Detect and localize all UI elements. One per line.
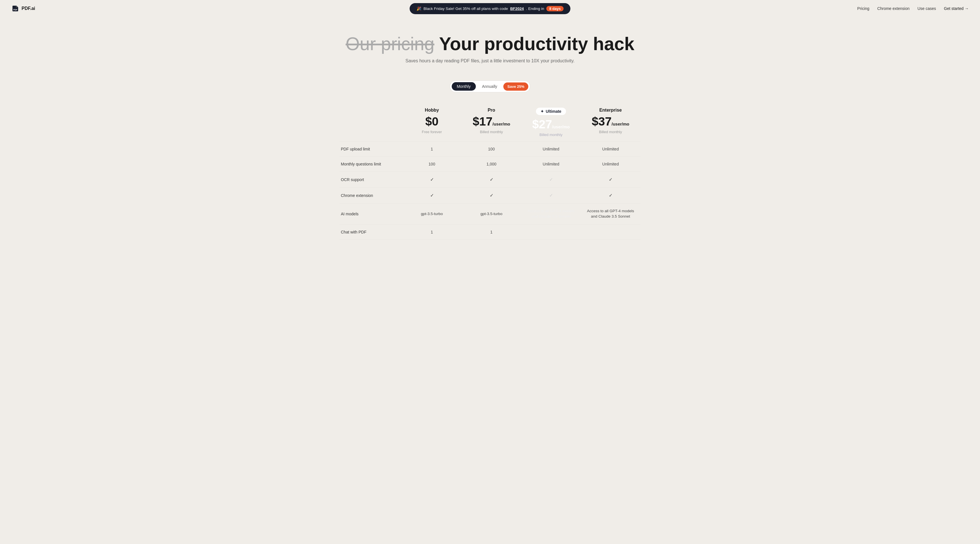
feature-cell-pro-questions: 1,000 [461, 157, 521, 172]
hero-title-strikethrough: Our pricing [346, 34, 434, 54]
feature-cell-pro-ai: gpt-3.5-turbo [461, 203, 521, 225]
feature-cell-ultimate-chrome: ✓ [521, 187, 581, 203]
feature-cell-enterprise-ocr: ✓ [581, 172, 640, 187]
feature-label-chat: Chat with PDF [340, 225, 402, 240]
feature-cell-enterprise-questions: Unlimited [581, 157, 640, 172]
check-enterprise-chrome: ✓ [609, 193, 612, 198]
feature-cell-hobby-ocr: ✓ [402, 172, 461, 187]
banner-text-after: . Ending in [526, 6, 544, 11]
toggle-monthly[interactable]: Monthly [452, 82, 476, 90]
feature-cell-hobby-questions: 100 [402, 157, 461, 172]
plan-header-ultimate: ✦ Ultimate $27/user/mo Billed monthly [521, 101, 581, 142]
svg-text:PDF: PDF [13, 9, 18, 11]
plan-name-enterprise: Enterprise [586, 108, 635, 113]
feature-cell-ultimate-pdf: Unlimited [521, 142, 581, 157]
ultimate-badge: ✦ Ultimate [527, 108, 575, 119]
banner-days: 8 days [546, 6, 563, 11]
feature-label-questions: Monthly questions limit [340, 157, 402, 172]
nav-links: Pricing Chrome extension Use cases Get s… [857, 6, 969, 11]
check-pro-ocr: ✓ [490, 177, 493, 182]
feature-cell-ultimate-questions: Unlimited [521, 157, 581, 172]
feature-cell-ultimate-ocr: ✓ [521, 172, 581, 187]
pricing-grid: Hobby $0 Free forever Pro $17/user/mo Bi… [340, 101, 640, 240]
check-ultimate-chrome: ✓ [549, 193, 553, 198]
sparkle-icon: ✦ [541, 109, 544, 114]
nav-link-pricing[interactable]: Pricing [857, 6, 869, 11]
plan-billing-enterprise: Billed monthly [586, 130, 635, 134]
feature-cell-pro-ocr: ✓ [461, 172, 521, 187]
logo-icon: PDF [11, 5, 19, 13]
ai-model-ultimate: Access to all GPT-4 models and Claude 3.… [527, 209, 574, 219]
feature-cell-enterprise-chat [581, 225, 640, 240]
plan-header-pro: Pro $17/user/mo Billed monthly [461, 101, 521, 142]
feature-cell-hobby-chat: 1 [402, 225, 461, 240]
toggle-annually[interactable]: Annually [477, 82, 503, 90]
check-ultimate-ocr: ✓ [549, 177, 553, 182]
plan-header-enterprise: Enterprise $37/user/mo Billed monthly [581, 101, 640, 142]
billing-toggle: Monthly Annually Save 25% [0, 81, 980, 92]
pricing-section: Hobby $0 Free forever Pro $17/user/mo Bi… [334, 101, 646, 257]
plan-price-pro: $17/user/mo [467, 116, 515, 127]
hero-subtitle: Saves hours a day reading PDF files, jus… [6, 59, 974, 63]
navbar: PDF PDF.ai 🎉 Black Friday Sale! Get 35% … [0, 0, 980, 17]
feature-cell-ultimate-ai: Access to all GPT-4 models and Claude 3.… [521, 203, 581, 225]
feature-cell-enterprise-ai: Access to all GPT-4 models and Claude 3.… [581, 203, 640, 225]
plan-billing-ultimate: Billed monthly [527, 133, 575, 137]
banner-code: BF2024 [510, 6, 524, 11]
plan-billing-pro: Billed monthly [467, 130, 515, 134]
feature-label-ocr: OCR support [340, 172, 402, 187]
plan-price-enterprise: $37/user/mo [586, 116, 635, 127]
plan-price-ultimate: $27/user/mo [527, 119, 575, 130]
nav-get-started[interactable]: Get started → [944, 6, 969, 11]
hero-section: Our pricing Your productivity hack Saves… [0, 17, 980, 69]
logo[interactable]: PDF PDF.ai [11, 5, 35, 13]
check-hobby-chrome: ✓ [430, 193, 434, 198]
feature-cell-hobby-chrome: ✓ [402, 187, 461, 203]
nav-link-chrome[interactable]: Chrome extension [877, 6, 910, 11]
logo-text: PDF.ai [22, 6, 35, 11]
ultimate-badge-text: Ultimate [546, 109, 561, 114]
check-enterprise-ocr: ✓ [609, 177, 612, 182]
toggle-group: Monthly Annually Save 25% [450, 81, 531, 92]
toggle-save-badge: Save 25% [503, 82, 528, 90]
check-hobby-ocr: ✓ [430, 177, 434, 182]
feature-label-ai-models: AI models [340, 203, 402, 225]
plan-name-hobby: Hobby [408, 108, 456, 113]
hero-title: Our pricing Your productivity hack [6, 34, 974, 54]
feature-cell-pro-chat: 1 [461, 225, 521, 240]
plan-billing-hobby: Free forever [408, 130, 456, 134]
ai-model-enterprise: Access to all GPT-4 models and Claude 3.… [587, 209, 634, 219]
feature-cell-hobby-ai: gpt-3.5-turbo [402, 203, 461, 225]
feature-cell-pro-chrome: ✓ [461, 187, 521, 203]
ai-model-hobby: gpt-3.5-turbo [421, 211, 443, 217]
plan-name-pro: Pro [467, 108, 515, 113]
check-pro-chrome: ✓ [490, 193, 493, 198]
banner-text-before: Black Friday Sale! Get 35% off all plans… [424, 6, 508, 11]
feature-cell-enterprise-chrome: ✓ [581, 187, 640, 203]
hero-title-main: Your productivity hack [434, 34, 634, 54]
feature-col-header [340, 101, 402, 142]
plan-header-hobby: Hobby $0 Free forever [402, 101, 461, 142]
feature-cell-enterprise-pdf: Unlimited [581, 142, 640, 157]
feature-cell-ultimate-chat [521, 225, 581, 240]
feature-label-pdf-upload: PDF upload limit [340, 142, 402, 157]
banner-emoji: 🎉 [417, 6, 422, 11]
plan-price-hobby: $0 [408, 116, 456, 127]
feature-cell-pro-pdf: 100 [461, 142, 521, 157]
ai-model-pro: gpt-3.5-turbo [480, 211, 502, 217]
nav-link-use-cases[interactable]: Use cases [917, 6, 936, 11]
feature-cell-hobby-pdf: 1 [402, 142, 461, 157]
feature-label-chrome: Chrome extension [340, 187, 402, 203]
promo-banner: 🎉 Black Friday Sale! Get 35% off all pla… [410, 3, 571, 14]
